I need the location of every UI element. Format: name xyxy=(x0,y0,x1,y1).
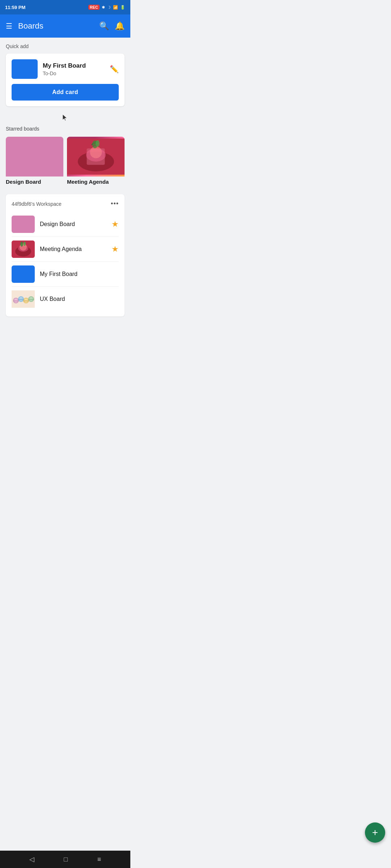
divider xyxy=(12,261,119,262)
ux-thumb-art xyxy=(12,290,35,308)
meeting-list-name: Meeting Agenda xyxy=(40,246,106,252)
status-icons: REC ✱ ☽ 📶 🔋 xyxy=(88,5,125,10)
svg-point-11 xyxy=(18,245,28,252)
bottom-nav: ◁ □ ≡ xyxy=(0,851,130,868)
starred-boards-label: Starred boards xyxy=(6,126,125,132)
notification-icon[interactable]: 🔔 xyxy=(115,21,125,31)
design-board-thumb xyxy=(6,137,63,176)
list-item[interactable]: Design Board ★ xyxy=(12,213,119,236)
workspace-name: 44f9dbf6's Workspace xyxy=(12,201,62,207)
bluetooth-icon: ✱ xyxy=(102,5,105,10)
svg-rect-23 xyxy=(13,300,19,302)
starred-boards-grid: Design Board Meeting Agenda xyxy=(6,137,125,187)
board-info: My First Board To-Do ✏️ xyxy=(12,59,119,79)
cursor-pointer xyxy=(62,114,68,122)
add-card-button[interactable]: Add card xyxy=(12,84,119,101)
app-bar: ☰ Boards 🔍 🔔 xyxy=(0,14,130,38)
svg-point-5 xyxy=(86,148,106,161)
board-thumbnail xyxy=(12,59,38,79)
list-item[interactable]: UX Board xyxy=(12,288,119,311)
edit-icon[interactable]: ✏️ xyxy=(110,65,119,73)
meeting-board-thumb xyxy=(67,137,125,176)
workspace-header: 44f9dbf6's Workspace ••• xyxy=(12,200,119,208)
wifi-icon: 📶 xyxy=(113,5,118,10)
list-item[interactable]: My First Board xyxy=(12,263,119,286)
meeting-thumb-mini xyxy=(12,241,35,258)
meeting-list-thumb xyxy=(12,241,35,258)
quick-add-card: My First Board To-Do ✏️ Add card xyxy=(6,54,125,106)
my-first-board-list-thumb xyxy=(12,265,35,283)
home-button[interactable]: □ xyxy=(64,856,68,863)
board-name: My First Board xyxy=(43,62,105,69)
board-list-name: To-Do xyxy=(43,71,105,76)
main-content: Quick add My First Board To-Do ✏️ Add ca… xyxy=(0,38,130,351)
svg-rect-26 xyxy=(28,299,34,300)
meeting-board-name: Meeting Agenda xyxy=(67,176,125,187)
design-list-thumb xyxy=(12,216,35,233)
status-time: 11:59 PM xyxy=(5,5,25,10)
svg-rect-24 xyxy=(18,299,24,300)
status-bar: 11:59 PM REC ✱ ☽ 📶 🔋 xyxy=(0,0,130,14)
divider xyxy=(12,286,119,287)
list-item[interactable]: Meeting Agenda ★ xyxy=(12,238,119,261)
menu-icon[interactable]: ☰ xyxy=(6,22,12,30)
svg-point-12 xyxy=(20,242,23,247)
moon-icon: ☽ xyxy=(107,5,111,10)
page-title: Boards xyxy=(18,21,93,31)
design-star-icon[interactable]: ★ xyxy=(112,220,119,229)
recents-button[interactable]: ≡ xyxy=(97,856,101,863)
rec-icon: REC xyxy=(88,5,100,10)
svg-point-7 xyxy=(96,140,100,147)
svg-rect-25 xyxy=(23,300,29,302)
starred-card-design[interactable]: Design Board xyxy=(6,137,63,187)
quick-add-label: Quick add xyxy=(6,43,125,49)
meeting-board-art xyxy=(67,137,125,176)
ux-board-list-thumb xyxy=(12,290,35,308)
workspace-section: 44f9dbf6's Workspace ••• Design Board ★ xyxy=(6,194,125,316)
ux-board-list-name: UX Board xyxy=(40,296,119,302)
svg-marker-0 xyxy=(63,114,67,121)
workspace-more-button[interactable]: ••• xyxy=(111,200,119,208)
meeting-star-icon[interactable]: ★ xyxy=(112,244,119,254)
battery-icon: 🔋 xyxy=(120,5,125,10)
cursor-area xyxy=(6,114,125,124)
design-list-name: Design Board xyxy=(40,221,106,227)
design-board-name: Design Board xyxy=(6,176,63,187)
starred-card-meeting[interactable]: Meeting Agenda xyxy=(67,137,125,187)
svg-point-13 xyxy=(24,242,26,246)
divider xyxy=(12,237,119,237)
search-icon[interactable]: 🔍 xyxy=(99,21,109,31)
board-text: My First Board To-Do xyxy=(43,62,105,76)
back-button[interactable]: ◁ xyxy=(29,855,34,863)
my-first-board-list-name: My First Board xyxy=(40,271,119,277)
